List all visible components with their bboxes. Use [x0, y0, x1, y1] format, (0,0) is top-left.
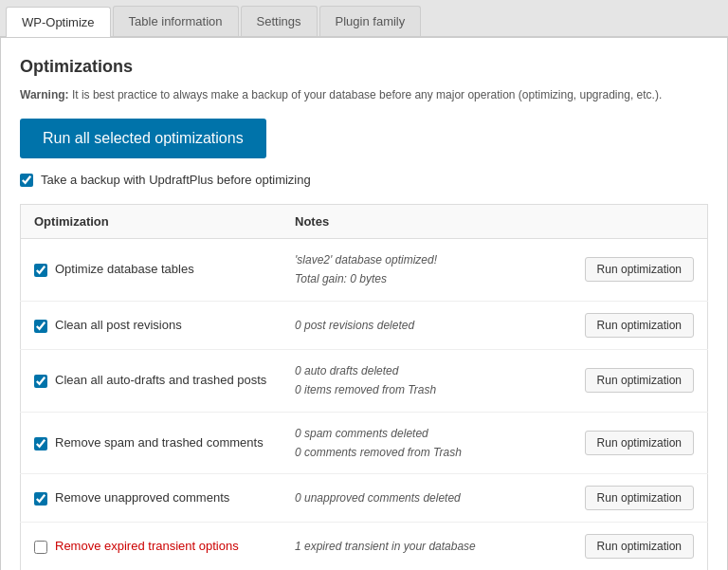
notes-opt-spam-comments: 0 spam comments deleted0 comments remove… [282, 412, 571, 474]
table-row: Remove expired transient options1 expire… [21, 523, 708, 570]
notes-opt-db-tables: 'slave2' database optimized!Total gain: … [282, 239, 571, 302]
main-content: Optimizations Warning: It is best practi… [0, 37, 728, 570]
notes-opt-post-revisions: 0 post revisions deleted [282, 301, 571, 349]
checkbox-opt-unapproved-comments[interactable] [34, 492, 47, 506]
backup-row: Take a backup with UpdraftPlus before op… [20, 172, 708, 187]
opt-name-opt-db-tables: Optimize database tables [55, 262, 194, 276]
tab-wp-optimize[interactable]: WP-Optimize [6, 7, 111, 37]
opt-name-opt-auto-drafts: Clean all auto-drafts and trashed posts [55, 373, 266, 387]
table-row: Remove unapproved comments0 unapproved c… [21, 474, 708, 523]
run-button-opt-auto-drafts[interactable]: Run optimization [585, 368, 694, 393]
tab-table-information[interactable]: Table information [113, 6, 239, 36]
backup-label: Take a backup with UpdraftPlus before op… [41, 173, 311, 187]
col-actions [571, 205, 708, 239]
run-button-opt-spam-comments[interactable]: Run optimization [585, 431, 694, 455]
checkbox-opt-db-tables[interactable] [34, 264, 47, 277]
col-notes: Notes [282, 205, 571, 239]
warning-body: It is best practice to always make a bac… [72, 88, 662, 101]
table-header-row: Optimization Notes [21, 205, 708, 239]
run-button-opt-post-revisions[interactable]: Run optimization [585, 313, 694, 338]
run-button-opt-db-tables[interactable]: Run optimization [585, 257, 694, 282]
warning-message: Warning: It is best practice to always m… [20, 86, 708, 103]
checkbox-opt-spam-comments[interactable] [34, 437, 47, 450]
opt-name-opt-transient: Remove expired transient options [55, 539, 239, 553]
run-all-button[interactable]: Run all selected optimizations [20, 119, 266, 158]
opt-name-opt-post-revisions: Clean all post revisions [55, 318, 182, 332]
run-button-opt-unapproved-comments[interactable]: Run optimization [585, 486, 694, 510]
opt-name-opt-unapproved-comments: Remove unapproved comments [55, 490, 229, 505]
notes-opt-transient: 1 expired transient in your database [282, 523, 571, 570]
table-row: Clean all post revisions0 post revisions… [21, 301, 708, 349]
tab-bar: WP-Optimize Table information Settings P… [0, 0, 728, 37]
warning-bold: Warning: [20, 88, 69, 101]
run-button-opt-transient[interactable]: Run optimization [585, 534, 694, 559]
opt-name-opt-spam-comments: Remove spam and trashed comments [55, 435, 264, 450]
tab-settings[interactable]: Settings [241, 6, 318, 36]
checkbox-opt-auto-drafts[interactable] [34, 375, 47, 388]
table-row: Clean all auto-drafts and trashed posts0… [21, 349, 708, 412]
checkbox-opt-transient[interactable] [34, 541, 47, 554]
col-optimization: Optimization [21, 205, 282, 239]
notes-opt-unapproved-comments: 0 unapproved comments deleted [282, 474, 571, 523]
notes-opt-auto-drafts: 0 auto drafts deleted0 items removed fro… [282, 349, 571, 412]
checkbox-opt-post-revisions[interactable] [34, 320, 47, 333]
optimizations-table: Optimization Notes Optimize database tab… [20, 204, 708, 570]
section-title: Optimizations [20, 57, 708, 77]
tab-plugin-family[interactable]: Plugin family [319, 6, 422, 36]
table-row: Remove spam and trashed comments0 spam c… [21, 412, 708, 474]
table-row: Optimize database tables'slave2' databas… [21, 239, 708, 302]
backup-checkbox[interactable] [20, 174, 33, 187]
